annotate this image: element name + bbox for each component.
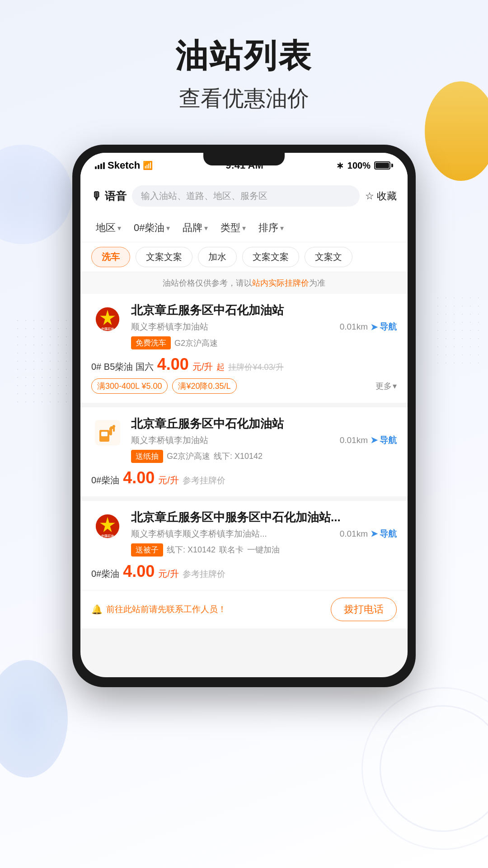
price-unit-1: 元/升 — [192, 361, 213, 373]
navigation-icon-3: ➤ — [371, 528, 378, 539]
signal-bars-icon — [95, 162, 105, 169]
bell-icon: 🔔 — [91, 604, 103, 615]
page-subtitle: 查看优惠油价 — [0, 84, 488, 113]
tag-wash[interactable]: 洗车 — [91, 247, 130, 267]
nav-button-2[interactable]: ➤ 导航 — [371, 434, 397, 446]
original-price-1: 挂牌价¥4.03/升 — [228, 362, 283, 373]
price-row-3: 0#柴油 4.00 元/升 参考挂牌价 — [91, 562, 397, 581]
price-value-3: 4.00 — [123, 562, 155, 581]
collect-label: 收藏 — [377, 189, 397, 203]
filter-type[interactable]: 类型 ▾ — [216, 218, 250, 237]
wifi-icon: 📶 — [143, 160, 153, 170]
station-sub-row-1: 顺义李桥镇李加油站 0.01km ➤ 导航 — [131, 321, 397, 333]
station-header-3: 中国石油 北京章丘服务区中服务区中石化加油站... 顺义李桥镇李顺义李桥镇李加油… — [91, 510, 397, 557]
station-info-1: 北京章丘服务区中石化加油站 顺义李桥镇李加油站 0.01km ➤ 导航 — [131, 303, 397, 349]
microphone-icon: 🎙 — [91, 190, 102, 203]
station-tags-1: 免费洗车 G2京沪高速 — [131, 336, 397, 349]
battery-percent: 100% — [347, 160, 371, 171]
station-address-2: 顺义李桥镇李加油站 — [131, 434, 208, 446]
station-logo-2 — [91, 416, 124, 449]
station-address-1: 顺义李桥镇李加油站 — [131, 321, 208, 333]
filter-brand[interactable]: 品牌 ▾ — [178, 218, 212, 237]
phone-screen: Sketch 📶 9:41 AM ∗ 100% — [80, 153, 408, 677]
price-ref-2: 参考挂牌价 — [183, 475, 225, 486]
offline-tag-2: 线下: X10142 — [214, 451, 263, 462]
bottom-notice: 🔔 前往此站前请先联系工作人员！ — [91, 604, 226, 615]
station-distance-3: 0.01km ➤ 导航 — [340, 528, 397, 540]
station-distance-1: 0.01km ➤ 导航 — [340, 321, 397, 333]
more-label-1: 更多 — [375, 381, 392, 392]
station-card-1: 中国石油 北京章丘服务区中石化加油站 顺义李桥镇李加油站 0.01km ➤ — [80, 294, 408, 407]
more-button-1[interactable]: 更多 ▾ — [375, 381, 397, 392]
price-value-1: 4.00 — [157, 355, 189, 374]
station-card-3: 中国石油 北京章丘服务区中服务区中石化加油站... 顺义李桥镇李顺义李桥镇李加油… — [80, 501, 408, 590]
bottom-bar: 🔔 前往此站前请先联系工作人员！ 拨打电话 — [80, 590, 408, 628]
bluetooth-icon: ∗ — [336, 160, 344, 171]
chevron-down-icon: ▾ — [166, 224, 170, 232]
cnpc-logo-icon: 中国石油 — [95, 307, 120, 332]
battery-icon — [374, 161, 393, 170]
fuel-type-2: 0#柴油 — [91, 474, 119, 486]
tag-copy1[interactable]: 文案文案 — [136, 247, 192, 267]
chevron-down-icon: ▾ — [393, 381, 397, 391]
station-info-3: 北京章丘服务区中服务区中石化加油站... 顺义李桥镇李顺义李桥镇李加油站... … — [131, 510, 397, 557]
chevron-down-icon: ▾ — [280, 224, 284, 232]
station-card-2: 北京章丘服务区中石化加油站 顺义李桥镇李加油站 0.01km ➤ 导航 — [80, 407, 408, 501]
promo-row-1: 满300-400L ¥5.00 满¥20降0.35/L 更多 ▾ — [91, 378, 397, 394]
call-button[interactable]: 拨打电话 — [331, 598, 397, 621]
svg-point-8 — [113, 425, 115, 428]
notice-prefix: 油站价格仅供参考，请以 — [163, 278, 252, 288]
fuel-type-1: 0# B5柴油 国六 — [91, 361, 154, 373]
tag-copy3[interactable]: 文案文 — [305, 247, 352, 267]
filter-sort[interactable]: 排序 ▾ — [254, 218, 288, 237]
distance-value-1: 0.01km — [340, 322, 368, 332]
filter-region[interactable]: 地区 ▾ — [91, 218, 126, 237]
price-unit-3: 元/升 — [158, 568, 179, 580]
tag-water[interactable]: 加水 — [198, 247, 237, 267]
voice-label: 语音 — [105, 189, 127, 203]
tag-free-wash: 免费洗车 — [131, 336, 171, 349]
carrier-label: Sketch — [108, 160, 140, 171]
station-address-3: 顺义李桥镇李顺义李桥镇李加油站... — [131, 528, 267, 540]
filter-region-label: 地区 — [96, 221, 116, 235]
bg-decoration-arc-2 — [361, 687, 488, 850]
station-sub-row-3: 顺义李桥镇李顺义李桥镇李加油站... 0.01km ➤ 导航 — [131, 528, 397, 540]
distance-value-2: 0.01km — [340, 435, 368, 445]
search-placeholder: 输入油站、道路、地区、服务区 — [141, 190, 267, 202]
status-right: ∗ 100% — [336, 160, 393, 171]
promo-tag-1a[interactable]: 满300-400L ¥5.00 — [91, 378, 168, 394]
search-input[interactable]: 输入油站、道路、地区、服务区 — [132, 185, 360, 207]
station-name-1: 北京章丘服务区中石化加油站 — [131, 303, 397, 318]
nav-label-3: 导航 — [380, 528, 397, 540]
price-ref-3: 参考挂牌价 — [183, 568, 225, 580]
offline-tag-3: 线下: X10142 — [167, 544, 216, 555]
station-logo-3: 中国石油 — [91, 510, 124, 542]
page-header: 油站列表 查看优惠油价 — [0, 0, 488, 127]
tag-copy2[interactable]: 文案文案 — [242, 247, 299, 267]
svg-rect-4 — [101, 432, 108, 436]
distance-value-3: 0.01km — [340, 529, 368, 539]
notice-highlight: 站内实际挂牌价 — [252, 278, 309, 288]
station-distance-2: 0.01km ➤ 导航 — [340, 434, 397, 446]
app-content: 🎙 语音 输入油站、道路、地区、服务区 ☆ 收藏 地区 ▾ — [80, 178, 408, 628]
nav-button-1[interactable]: ➤ 导航 — [371, 321, 397, 333]
filter-brand-label: 品牌 — [183, 221, 202, 235]
nav-button-3[interactable]: ➤ 导航 — [371, 528, 397, 540]
star-icon: ☆ — [365, 190, 374, 202]
station-sub-row-2: 顺义李桥镇李加油站 0.01km ➤ 导航 — [131, 434, 397, 446]
gas-pump-icon — [95, 420, 120, 445]
filter-row: 地区 ▾ 0#柴油 ▾ 品牌 ▾ 类型 ▾ — [80, 214, 408, 242]
promo-tag-1b[interactable]: 满¥20降0.35/L — [172, 378, 236, 394]
chevron-down-icon: ▾ — [117, 224, 121, 232]
filter-type-label: 类型 — [221, 221, 240, 235]
filter-fuel[interactable]: 0#柴油 ▾ — [129, 218, 174, 237]
highway-tag-2: G2京沪高速 — [167, 451, 210, 462]
collect-button[interactable]: ☆ 收藏 — [365, 189, 397, 203]
cnpc-logo-icon-2: 中国石油 — [95, 514, 120, 539]
page-title: 油站列表 — [0, 36, 488, 75]
chevron-down-icon: ▾ — [242, 224, 246, 232]
notice-text: 前往此站前请先联系工作人员！ — [106, 604, 226, 615]
status-left: Sketch 📶 — [95, 160, 153, 171]
station-logo-1: 中国石油 — [91, 303, 124, 335]
voice-search-button[interactable]: 🎙 语音 — [91, 189, 127, 203]
